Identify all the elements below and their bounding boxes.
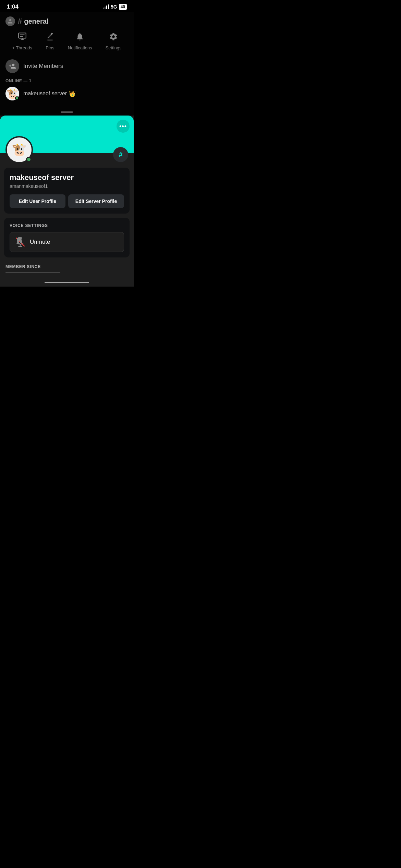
unmute-button[interactable]: Unmute [10,232,124,252]
drag-handle-area [0,107,134,116]
home-bar [45,282,89,283]
notifications-label: Notifications [68,45,92,50]
home-indicator [0,280,134,287]
member-since-label: MEMBER SINCE [5,264,128,269]
voice-settings-label: VOICE SETTINGS [10,223,124,228]
pins-action[interactable]: Pins [46,32,54,50]
status-bar: 1:04 5G 40 [0,0,134,12]
mic-slash-icon [15,237,25,247]
hash-icon: # [119,151,122,159]
status-icons: 5G 40 [103,4,127,10]
threads-action[interactable]: + Threads [12,32,32,50]
settings-icon [109,32,118,43]
member-name: makeuseof server [23,91,67,97]
member-name-row: makeuseof server 👑 [23,91,76,97]
notifications-icon [75,32,84,43]
online-header: ONLINE — 1 [5,79,128,83]
member-since-bar [5,272,60,273]
profile-online-dot [26,157,32,162]
user-avatar-small [5,16,15,26]
status-time: 1:04 [7,3,19,10]
settings-label: Settings [106,45,122,50]
drag-handle [61,111,73,113]
channel-background: # general + Threads [0,12,134,287]
threads-label: + Threads [12,45,32,50]
crown-icon: 👑 [69,91,76,97]
edit-user-profile-button[interactable]: Edit User Profile [10,194,65,208]
threads-icon [18,32,27,43]
pins-label: Pins [46,45,54,50]
voice-settings-section: VOICE SETTINGS Unmute [4,218,130,257]
settings-action[interactable]: Settings [106,32,122,50]
member-row[interactable]: 🐮 makeuseof server 👑 [5,87,128,100]
battery-indicator: 40 [119,4,127,10]
profile-info-card: makeuseof server amanmakeuseof1 Edit Use… [4,168,130,214]
edit-server-profile-button[interactable]: Edit Server Profile [68,194,124,208]
online-section: ONLINE — 1 🐮 makeuseof server 👑 [5,76,128,102]
svg-rect-0 [19,33,26,38]
member-since-section: MEMBER SINCE [0,262,134,280]
member-avatar-wrap: 🐮 [5,87,19,100]
hash-channel-button[interactable]: # [113,147,128,162]
channel-hash-symbol: # [18,17,22,26]
profile-display-name: makeuseof server [10,173,124,182]
more-button[interactable]: ••• [117,120,130,133]
online-status-dot [15,96,19,100]
invite-members-label: Invite Members [23,63,63,70]
invite-members-row[interactable]: Invite Members [5,57,128,76]
signal-bars [103,4,109,9]
channel-actions-row: + Threads Pins Notifications [5,32,128,50]
profile-buttons-row: Edit User Profile Edit Server Profile [10,194,124,208]
unmute-label: Unmute [30,239,50,245]
more-dots-icon: ••• [119,123,127,130]
bottom-sheet: ••• 🐮 # makeuseof server amanmakeuseof1 … [0,116,134,287]
profile-avatar-wrap: 🐮 [5,136,33,164]
notifications-action[interactable]: Notifications [68,32,92,50]
channel-header-section: # general + Threads [0,12,134,107]
pins-icon [46,32,54,43]
channel-name: general [24,17,48,25]
invite-avatar-icon [5,59,19,73]
network-type: 5G [111,4,117,10]
profile-username: amanmakeuseof1 [10,183,124,189]
avatar-section: 🐮 # [0,136,134,164]
